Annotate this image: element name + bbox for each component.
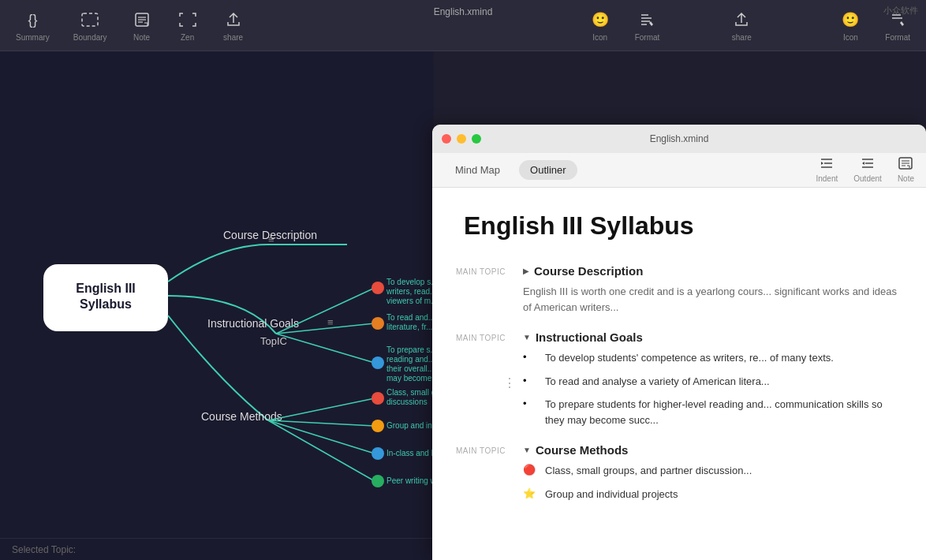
note-action[interactable]: Note <box>898 157 914 183</box>
svg-point-43 <box>372 475 384 487</box>
svg-text:≡: ≡ <box>327 316 334 328</box>
bullet-icon: 🔴 <box>523 464 539 476</box>
svg-point-37 <box>372 420 384 432</box>
main-topic-row-1: MAIN TOPIC ▶ Course Description <box>456 264 902 278</box>
triangle-2[interactable]: ▼ <box>523 333 531 342</box>
svg-point-40 <box>372 447 384 460</box>
floating-window: English.xmind Mind Map Outliner Indent O… <box>432 125 926 560</box>
section-course-description: MAIN TOPIC ▶ Course Description English … <box>456 264 902 315</box>
outdent-action[interactable]: Outdent <box>853 157 882 183</box>
bullet-icon: • <box>523 351 539 363</box>
instructional-goals-title: Instructional Goals <box>536 330 643 344</box>
main-topic-label-1: MAIN TOPIC <box>456 264 515 276</box>
topic-header-1: ▶ Course Description <box>523 264 902 278</box>
item-text: Class, small groups, and partner discuss… <box>545 463 752 479</box>
svg-text:Group and individua...: Group and individua... <box>386 421 434 430</box>
icon-label-far: Icon <box>843 33 858 42</box>
note-icon <box>131 9 153 31</box>
svg-text:≡: ≡ <box>268 233 274 245</box>
item-text: Group and individual projects <box>545 487 678 502</box>
boundary-label: Boundary <box>73 33 107 42</box>
share-tool-left[interactable]: share <box>222 9 245 42</box>
svg-text:Syllabus: Syllabus <box>80 297 132 311</box>
icon-tool-far[interactable]: 🙂 Icon <box>839 9 861 42</box>
window-controls <box>442 134 481 144</box>
note-action-label: Note <box>898 174 914 183</box>
note-tool[interactable]: Note <box>131 9 153 42</box>
toolbar-right: 🙂 Icon Format share 🙂 Icon Format <box>589 9 910 42</box>
minimize-button[interactable] <box>457 134 466 144</box>
top-toolbar: English.xmind {} Summary Boundary Note Z… <box>0 0 926 51</box>
item-text: To develop students' competence as write… <box>545 350 834 366</box>
share-label-left: share <box>223 33 243 42</box>
course-description-text: English III is worth one credit and is a… <box>523 284 902 315</box>
icon-label-right: Icon <box>592 33 607 42</box>
topic-header-3: ▼ Course Methods <box>523 443 902 457</box>
status-bar: Selected Topic: <box>0 538 434 560</box>
section-course-methods: MAIN TOPIC ▼ Course Methods 🔴 Class, sma… <box>456 443 902 502</box>
bullet-icon: • <box>523 375 539 386</box>
mindmap-svg: English III Syllabus Course Description … <box>0 51 434 560</box>
summary-tool[interactable]: {} Summary <box>16 9 50 42</box>
icon-icon-right: 🙂 <box>589 9 611 31</box>
course-description-title: Course Description <box>534 264 643 278</box>
svg-point-26 <box>372 357 384 369</box>
maximize-button[interactable] <box>472 134 481 144</box>
svg-text:To develop s...: To develop s... <box>386 278 434 286</box>
share-icon-left <box>222 9 245 31</box>
zen-icon <box>177 9 199 31</box>
svg-text:literature, fr...: literature, fr... <box>386 323 432 331</box>
window-title: English.xmind <box>650 133 709 144</box>
selected-topic-label: Selected Topic: <box>12 544 76 555</box>
tab-mindmap[interactable]: Mind Map <box>444 160 511 180</box>
svg-text:reading and...: reading and... <box>386 355 434 364</box>
triangle-3[interactable]: ▼ <box>523 446 531 454</box>
svg-text:writers, read...: writers, read... <box>386 287 434 296</box>
svg-text:Instructional Goals: Instructional Goals <box>207 317 299 330</box>
svg-text:To read and...: To read and... <box>386 313 434 322</box>
format-icon-right <box>636 9 658 31</box>
format-label-right: Format <box>635 33 660 42</box>
share-icon-right <box>730 9 752 31</box>
svg-text:discussions: discussions <box>386 398 428 406</box>
icon-icon-far: 🙂 <box>839 9 861 31</box>
section-instructional-goals: MAIN TOPIC ▼ Instructional Goals • To de… <box>456 330 902 427</box>
topic-header-2: ▼ Instructional Goals <box>523 330 902 344</box>
window-nav: Mind Map Outliner Indent Outdent <box>432 153 926 188</box>
tab-outliner[interactable]: Outliner <box>519 160 577 180</box>
outdent-icon <box>861 157 875 173</box>
mindmap-area: English III Syllabus Course Description … <box>0 51 434 560</box>
main-topic-label-2: MAIN TOPIC <box>456 330 515 342</box>
nav-actions: Indent Outdent Note <box>816 157 914 183</box>
item-text: To prepare students for higher-level rea… <box>545 397 902 427</box>
outliner-title: English III Syllabus <box>456 211 902 241</box>
summary-icon: {} <box>21 9 43 31</box>
svg-point-17 <box>372 282 384 294</box>
summary-label: Summary <box>16 33 50 42</box>
indent-action[interactable]: Indent <box>816 157 838 183</box>
icon-tool-right[interactable]: 🙂 Icon <box>589 9 611 42</box>
indent-label: Indent <box>816 174 838 183</box>
bullet-icon: ⭐ <box>523 487 539 499</box>
svg-text:TopIC: TopIC <box>260 335 287 347</box>
format-label-far: Format <box>885 33 910 42</box>
dot-menu-icon[interactable]: ⋮ <box>503 375 516 390</box>
list-item: ⋮ • To read and analyse a variety of Ame… <box>523 374 902 390</box>
format-tool-right[interactable]: Format <box>635 9 660 42</box>
boundary-tool[interactable]: Boundary <box>73 9 107 42</box>
close-button[interactable] <box>442 134 451 144</box>
list-item: • To prepare students for higher-level r… <box>523 397 902 427</box>
zen-tool[interactable]: Zen <box>177 9 199 42</box>
main-topic-row-3: MAIN TOPIC ▼ Course Methods <box>456 443 902 457</box>
triangle-1[interactable]: ▶ <box>523 267 529 275</box>
svg-rect-0 <box>82 13 98 26</box>
course-methods-title: Course Methods <box>536 443 629 457</box>
svg-text:their overall...: their overall... <box>386 364 434 373</box>
svg-text:English III: English III <box>76 282 136 295</box>
instructional-goals-children: • To develop students' competence as wri… <box>523 350 902 427</box>
svg-text:Peer writing worksh...: Peer writing worksh... <box>386 476 434 485</box>
share-tool-right[interactable]: share <box>730 9 752 42</box>
svg-text:In-class and homew...: In-class and homew... <box>386 449 434 457</box>
list-item: ⭐ Group and individual projects <box>523 487 902 502</box>
note-label: Note <box>133 33 150 42</box>
